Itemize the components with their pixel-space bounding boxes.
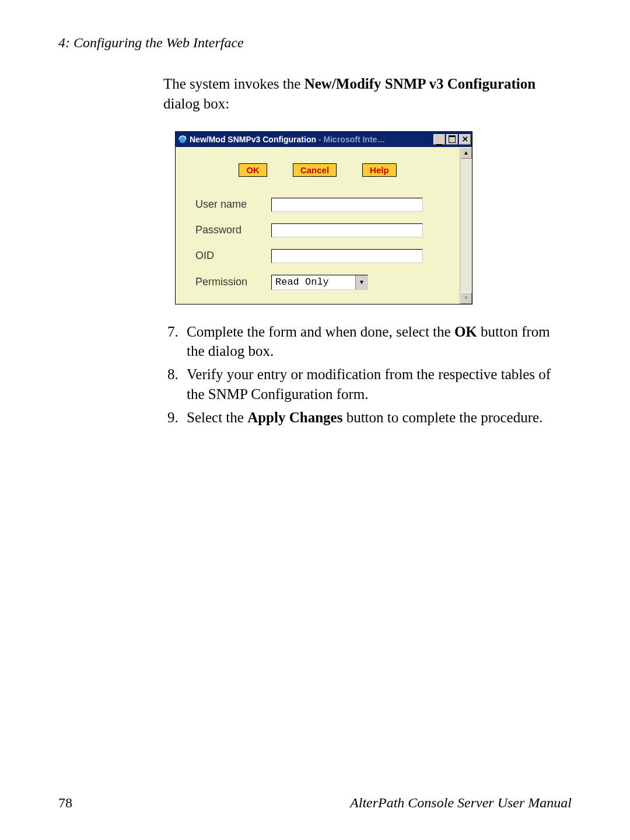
intro-paragraph: The system invokes the New/Modify SNMP v… <box>163 74 566 114</box>
ok-button[interactable]: OK <box>239 163 267 177</box>
page-footer: 78 AlterPath Console Server User Manual <box>58 795 572 811</box>
password-input[interactable] <box>271 223 423 237</box>
username-input[interactable] <box>271 198 423 212</box>
oid-input[interactable] <box>271 249 423 263</box>
titlebar: New/Mod SNMPv3 Configuration - Microsoft… <box>176 132 472 147</box>
minimize-button[interactable]: ▁ <box>433 134 445 145</box>
scrollbar[interactable]: ▲ ▼ <box>460 147 472 304</box>
chapter-heading: 4: Configuring the Web Interface <box>58 35 572 51</box>
page-number: 78 <box>58 795 72 811</box>
maximize-button[interactable] <box>446 134 458 145</box>
chevron-down-icon[interactable]: ▼ <box>355 275 368 289</box>
step-9-text-a: Select the <box>187 410 247 425</box>
permission-label: Permission <box>195 276 271 288</box>
manual-title: AlterPath Console Server User Manual <box>350 795 572 811</box>
oid-label: OID <box>195 250 271 262</box>
intro-prefix: The system invokes the <box>163 76 304 92</box>
scroll-up-icon[interactable]: ▲ <box>460 147 472 159</box>
step-9-bold: Apply Changes <box>247 410 342 425</box>
step-7: Complete the form and when done, select … <box>182 322 566 362</box>
step-9-text-c: button to complete the procedure. <box>342 410 542 425</box>
window-title: New/Mod SNMPv3 Configuration <box>190 135 316 144</box>
permission-value: Read Only <box>272 275 355 289</box>
intro-suffix: dialog box: <box>163 96 229 111</box>
dialog-screenshot: New/Mod SNMPv3 Configuration - Microsoft… <box>175 131 484 304</box>
close-button[interactable]: ✕ <box>459 134 471 145</box>
cancel-button[interactable]: Cancel <box>293 163 337 177</box>
scroll-down-icon[interactable]: ▼ <box>460 292 472 304</box>
step-8-text: Verify your entry or modification from t… <box>187 366 551 402</box>
svg-point-1 <box>184 136 186 138</box>
username-label: User name <box>195 198 271 211</box>
password-label: Password <box>195 224 271 236</box>
step-9: Select the Apply Changes button to compl… <box>182 408 566 428</box>
ie-icon <box>178 135 187 144</box>
step-7-bold: OK <box>454 324 477 340</box>
dialog-body: OK Cancel Help User name Password OID Pe… <box>176 147 460 304</box>
permission-select[interactable]: Read Only ▼ <box>271 275 368 290</box>
step-7-text-a: Complete the form and when done, select … <box>187 324 454 340</box>
window-title-suffix: - Microsoft Inte… <box>318 135 433 144</box>
help-button[interactable]: Help <box>362 163 397 177</box>
intro-bold: New/Modify SNMP v3 Configuration <box>304 76 536 92</box>
dialog-window: New/Mod SNMPv3 Configuration - Microsoft… <box>175 131 473 304</box>
step-list: Complete the form and when done, select … <box>163 322 566 428</box>
step-8: Verify your entry or modification from t… <box>182 365 566 404</box>
